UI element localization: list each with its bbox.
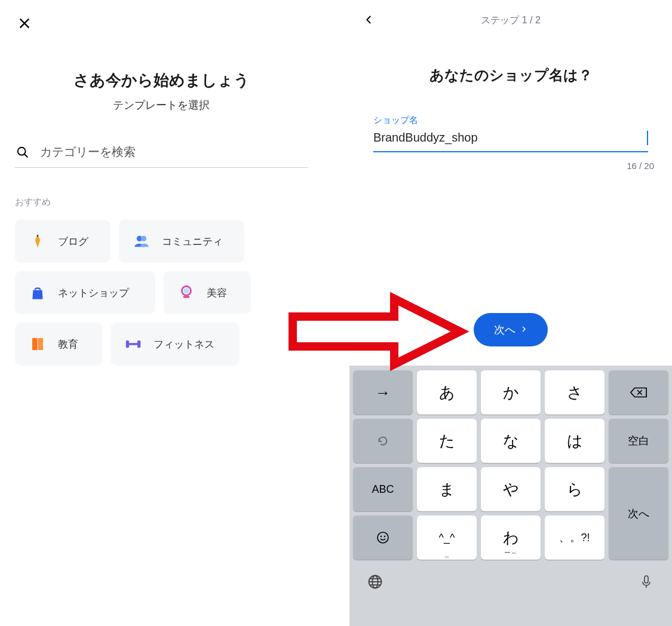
pen-icon <box>29 233 46 250</box>
kb-abc[interactable]: ABC <box>353 467 413 511</box>
svg-rect-10 <box>126 340 129 348</box>
category-beauty[interactable]: 美容 <box>164 271 251 314</box>
svg-rect-11 <box>137 340 140 348</box>
page-title: あなたのショップ名は？ <box>349 66 672 85</box>
category-shop[interactable]: ネットショップ <box>15 271 155 314</box>
kb-ya[interactable]: や <box>481 467 541 511</box>
svg-rect-8 <box>32 338 38 350</box>
step-indicator: ステップ 1 / 2 <box>349 14 672 27</box>
category-blog[interactable]: ブログ <box>15 220 111 263</box>
kb-backspace[interactable] <box>609 370 668 415</box>
category-grid: ブログ コミュニティ ネットショップ 美容 教育 <box>15 220 308 366</box>
category-label: ブログ <box>58 235 88 248</box>
kb-punct[interactable]: 、。?! <box>545 515 605 560</box>
page-title: さあ今から始めましょう <box>15 70 308 91</box>
next-button-label: 次へ <box>494 323 515 337</box>
kb-sa[interactable]: さ <box>545 370 605 415</box>
category-search-input[interactable] <box>40 145 308 159</box>
virtual-keyboard: → あ か さ た な は 空白 ABC ま や ら 次へ ^_^_ わー～ <box>349 366 672 626</box>
kb-na[interactable]: な <box>481 419 541 463</box>
close-icon <box>18 17 31 30</box>
undo-icon <box>376 434 389 447</box>
kb-a[interactable]: あ <box>417 370 477 415</box>
category-label: 美容 <box>207 286 227 300</box>
text-cursor <box>647 131 648 145</box>
recommended-label: おすすめ <box>15 197 308 208</box>
mic-icon <box>639 573 653 590</box>
svg-rect-2 <box>37 235 39 237</box>
svg-point-6 <box>183 288 189 294</box>
char-count: 16 / 20 <box>349 161 654 171</box>
book-icon <box>29 336 46 352</box>
svg-rect-9 <box>38 338 44 350</box>
category-fitness[interactable]: フィットネス <box>111 323 240 366</box>
dumbbell-icon <box>125 336 142 352</box>
kb-emoji[interactable] <box>353 515 413 560</box>
search-row[interactable] <box>15 145 308 168</box>
template-select-screen: さあ今から始めましょう テンプレートを選択 おすすめ ブログ コミュニティ <box>0 0 323 626</box>
svg-rect-21 <box>645 576 648 583</box>
kb-ma[interactable]: ま <box>417 467 477 511</box>
bag-icon <box>29 284 46 301</box>
kb-kaomoji[interactable]: ^_^_ <box>417 515 477 560</box>
category-label: 教育 <box>58 337 78 351</box>
svg-line-1 <box>24 154 27 157</box>
svg-point-13 <box>378 532 388 543</box>
shop-name-input[interactable]: BrandBuddyz_shop <box>373 131 647 145</box>
header: ステップ 1 / 2 <box>349 0 672 30</box>
category-label: コミュニティ <box>162 235 223 248</box>
kb-ka[interactable]: か <box>481 370 541 415</box>
svg-rect-12 <box>129 343 137 345</box>
kb-undo[interactable] <box>353 419 413 463</box>
mirror-icon <box>178 284 195 301</box>
kb-globe[interactable] <box>366 573 384 591</box>
page-subtitle: テンプレートを選択 <box>15 98 308 112</box>
svg-point-14 <box>381 536 382 537</box>
category-community[interactable]: コミュニティ <box>119 220 244 263</box>
emoji-icon <box>376 530 390 545</box>
svg-point-15 <box>384 536 385 537</box>
category-education[interactable]: 教育 <box>15 323 102 366</box>
field-label: ショップ名 <box>373 115 648 126</box>
search-icon <box>16 146 29 159</box>
shop-name-screen: ステップ 1 / 2 あなたのショップ名は？ ショップ名 BrandBuddyz… <box>349 0 672 626</box>
svg-rect-7 <box>183 296 190 297</box>
chevron-right-icon <box>520 325 527 335</box>
kb-ra[interactable]: ら <box>545 467 605 511</box>
next-button[interactable]: 次へ <box>474 313 548 346</box>
kb-ta[interactable]: た <box>417 419 477 463</box>
field-input-wrap[interactable]: BrandBuddyz_shop <box>373 126 648 152</box>
kb-next[interactable]: 次へ <box>609 467 668 560</box>
kb-tab[interactable]: → <box>353 370 413 415</box>
category-label: フィットネス <box>154 337 214 351</box>
globe-icon <box>367 573 383 590</box>
kb-ha[interactable]: は <box>545 419 605 463</box>
category-label: ネットショップ <box>58 286 129 300</box>
kb-wa[interactable]: わー～ <box>481 515 541 560</box>
svg-point-4 <box>141 236 146 241</box>
backspace-icon <box>630 386 648 398</box>
close-button[interactable] <box>15 12 34 37</box>
shop-name-field: ショップ名 BrandBuddyz_shop <box>373 115 648 152</box>
svg-point-0 <box>18 147 26 155</box>
kb-space[interactable]: 空白 <box>609 419 668 463</box>
people-icon <box>133 233 150 250</box>
kb-mic[interactable] <box>637 573 655 591</box>
